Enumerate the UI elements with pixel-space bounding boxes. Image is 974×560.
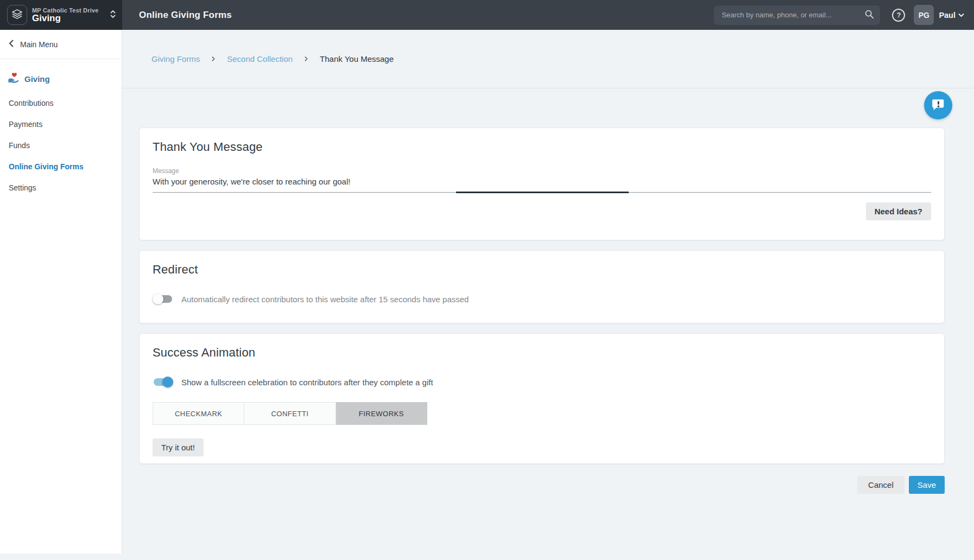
message-field[interactable]: Message With your generosity, we're clos… [153,167,931,194]
try-it-out-button[interactable]: Try it out! [153,438,204,456]
org-switcher[interactable]: MP Catholic Test Drive Giving [0,0,122,30]
chevron-down-icon[interactable] [958,13,964,17]
top-bar: MP Catholic Test Drive Giving Online Giv… [0,0,974,30]
toggle-thumb [153,294,163,304]
layers-stack-icon [11,8,23,22]
user-name[interactable]: Paul [939,11,956,20]
sidebar-item-payments[interactable]: Payments [0,114,122,134]
hand-heart-icon [8,72,20,85]
feedback-bubble-icon [931,98,945,113]
breadcrumb-separator-icon [305,56,308,61]
redirect-toggle-label: Automatically redirect contributors to t… [181,295,469,304]
breadcrumb-thank-you-message: Thank You Message [320,54,394,63]
sidebar-item-contributions[interactable]: Contributions [0,93,122,113]
sidebar-section-label: Giving [24,74,50,84]
breadcrumb-giving-forms[interactable]: Giving Forms [151,54,200,63]
top-bar-right: ? PG Paul [714,0,974,30]
breadcrumb: Giving Forms Second Collection Thank You… [122,30,974,88]
search-input[interactable] [722,11,864,19]
redirect-card: Redirect Automatically redirect contribu… [139,250,945,323]
sidebar-back-main-menu[interactable]: Main Menu [0,30,122,59]
card-title-success-animation: Success Animation [153,346,931,360]
message-input[interactable]: With your generosity, we're closer to re… [153,177,931,192]
chevron-left-icon [9,40,14,49]
need-ideas-button[interactable]: Need Ideas? [866,202,931,220]
product-name: Giving [32,14,109,23]
sidebar-nav: Giving Contributions Payments Funds Onli… [0,59,122,198]
search-icon[interactable] [864,9,875,22]
segment-checkmark[interactable]: CHECKMARK [153,402,244,425]
back-label: Main Menu [20,40,58,49]
success-animation-card: Success Animation Show a fullscreen cele… [139,333,945,464]
brand-text: MP Catholic Test Drive Giving [32,7,109,23]
card-title-thank-you: Thank You Message [153,140,931,154]
cancel-button[interactable]: Cancel [857,476,905,494]
underline-focus-segment [456,192,629,193]
help-icon[interactable]: ? [892,9,905,22]
breadcrumb-second-collection[interactable]: Second Collection [227,54,293,63]
sidebar: Main Menu Giving Contributions Payments … [0,30,122,553]
message-input-underline [153,192,931,194]
page-title: Online Giving Forms [139,10,232,21]
save-button[interactable]: Save [909,476,945,494]
breadcrumb-separator-icon [212,56,215,61]
thank-you-message-card: Thank You Message Message With your gene… [139,128,945,240]
success-animation-toggle-label: Show a fullscreen celebration to contrib… [181,378,433,387]
app-logo [7,5,27,25]
animation-type-segmented-control: CHECKMARK CONFETTI FIREWORKS [153,402,427,425]
sidebar-item-online-giving-forms[interactable]: Online Giving Forms [0,157,122,176]
sidebar-item-funds[interactable]: Funds [0,136,122,155]
unfold-more-icon [109,9,117,21]
sidebar-item-settings[interactable]: Settings [0,178,122,198]
global-search[interactable] [714,5,880,25]
segment-fireworks[interactable]: FIREWORKS [336,402,427,425]
org-name: MP Catholic Test Drive [32,7,109,14]
toggle-thumb [162,377,173,387]
redirect-toggle[interactable] [153,294,173,304]
main-content: Giving Forms Second Collection Thank You… [122,30,974,560]
card-title-redirect: Redirect [153,263,931,277]
footer-actions: Cancel Save [122,476,945,494]
message-field-label: Message [153,167,931,175]
avatar[interactable]: PG [914,5,934,25]
sidebar-item-giving[interactable]: Giving [0,67,122,92]
success-animation-toggle[interactable] [153,377,173,387]
feedback-fab-button[interactable] [924,91,952,119]
segment-confetti[interactable]: CONFETTI [244,402,336,425]
